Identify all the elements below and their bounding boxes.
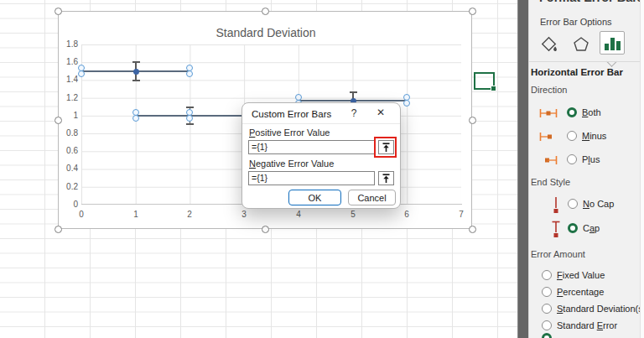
tab-error-bar-options-selected[interactable] (600, 31, 625, 55)
tab-effects[interactable] (572, 35, 590, 55)
chart-resize-handle[interactable] (262, 226, 269, 233)
dialog-separator (242, 123, 400, 124)
y-axis-tick: 0 (60, 200, 78, 209)
pentagon-icon (572, 35, 590, 54)
data-point-upper-1-selected[interactable] (133, 69, 139, 75)
label-part: ositive Error Value (255, 127, 330, 138)
cancel-button[interactable]: Cancel (348, 190, 396, 205)
direction-option-both[interactable]: Both (529, 107, 644, 120)
close-icon[interactable]: ✕ (371, 107, 390, 121)
label-part: N (249, 159, 256, 169)
error-bar-options-label[interactable]: Error Bar Options (540, 17, 612, 27)
help-icon[interactable]: ? (346, 107, 361, 121)
error-amount-option-standard-error[interactable]: Standard Error (529, 320, 644, 333)
y-axis-tick: 0.8 (60, 129, 78, 138)
worksheet-vertical-scrollbar[interactable] (517, 0, 528, 338)
radio-label: Standard Error (557, 320, 617, 330)
x-axis-tick: 6 (397, 211, 416, 219)
negative-error-value-input[interactable]: ={1} (248, 171, 375, 185)
data-point-upper-0[interactable] (78, 65, 86, 78)
y-axis-tick: 1 (60, 112, 78, 120)
horizontal-error-bar-header: Horizontal Error Bar (531, 67, 623, 77)
label-part: egative Error Value (256, 159, 334, 169)
data-point-upper-2[interactable] (186, 65, 194, 78)
chart-resize-handle[interactable] (262, 8, 269, 15)
radio-label: No Cap (583, 199, 614, 209)
chart-resize-handle[interactable] (469, 226, 476, 233)
radio-label: Plus (582, 154, 600, 164)
chart-title[interactable]: Standard Deviation (59, 26, 473, 39)
label-part: oth (588, 107, 600, 117)
chart-resize-handle[interactable] (55, 117, 62, 124)
direction-label: Direction (531, 85, 567, 95)
radio-fixed-value[interactable] (542, 270, 552, 280)
radio-standard-error[interactable] (542, 320, 552, 330)
x-axis-tick: 0 (72, 211, 91, 219)
no-cap-icon (551, 196, 561, 215)
tab-fill-line[interactable] (540, 35, 558, 55)
chart-resize-handle[interactable] (469, 117, 476, 124)
x-axis-tick: 2 (180, 211, 199, 219)
arrow-up-to-bar-icon (382, 174, 391, 184)
radio-both[interactable] (567, 107, 577, 117)
chart-resize-handle[interactable] (55, 226, 62, 233)
pane-divider (529, 61, 644, 62)
chart-resize-handle[interactable] (55, 8, 62, 15)
direction-option-minus[interactable]: Minus (529, 130, 644, 143)
bar-chart-icon (610, 38, 615, 50)
bar-chart-icon (616, 41, 621, 50)
label-part: o Cap (589, 199, 614, 209)
fill-handle[interactable] (491, 86, 496, 91)
label-part: us (590, 154, 600, 164)
data-point-right-6[interactable] (403, 94, 411, 107)
collapse-dialog-button-negative[interactable] (378, 171, 394, 185)
radio-cap[interactable] (568, 223, 578, 233)
format-error-bars-pane: Format Error Bars Error Bar Options Hori… (528, 0, 644, 338)
dialog-title: Custom Error Bars (252, 109, 331, 119)
radio-plus[interactable] (567, 154, 577, 164)
label-part: F (557, 270, 563, 280)
label-part: N (583, 199, 589, 209)
radio-label: Both (582, 107, 601, 117)
x-axis-tick: 7 (452, 211, 470, 219)
custom-error-bars-dialog: Custom Error Bars ? ✕ Positive Error Val… (242, 102, 401, 209)
data-point-middle-1[interactable] (132, 109, 140, 122)
label-part: ercentage (563, 287, 604, 297)
y-axis-tick: 1.8 (60, 40, 78, 49)
radio-label: Fixed Value (557, 270, 605, 280)
radio-minus[interactable] (567, 131, 577, 141)
pane-scrollbar[interactable] (640, 0, 644, 338)
error-amount-label: Error Amount (531, 249, 585, 259)
radio-standard-deviations[interactable] (542, 304, 552, 314)
error-amount-option-standard-deviations[interactable]: Standard Deviation(s) (529, 303, 644, 316)
end-style-option-cap[interactable]: Cap (529, 221, 644, 241)
x-axis-tick: 5 (344, 211, 362, 219)
error-bar-minus-icon (539, 132, 553, 142)
error-amount-option-percentage[interactable]: Percentage (529, 286, 644, 299)
direction-option-plus[interactable]: Plus (529, 153, 644, 167)
label-part: rror (603, 320, 617, 330)
end-style-option-no-cap[interactable]: No Cap (529, 196, 644, 216)
red-highlight-annotation (374, 137, 397, 158)
positive-error-value-input[interactable]: ={1} (248, 140, 375, 154)
radio-label: Percentage (557, 287, 604, 297)
radio-percentage[interactable] (542, 287, 552, 297)
active-cell-border (474, 72, 495, 90)
negative-error-value-label: Negative Error Value (249, 159, 334, 169)
radio-label: Minus (582, 131, 606, 141)
x-axis-tick: 3 (235, 211, 253, 219)
x-axis-tick: 1 (127, 211, 145, 219)
y-axis-tick: 0.4 (60, 164, 78, 173)
chart-resize-handle[interactable] (469, 8, 476, 15)
positive-error-value-label: Positive Error Value (249, 127, 330, 138)
y-axis-tick: 1.4 (60, 75, 78, 84)
data-point-middle-2[interactable] (186, 109, 194, 122)
ok-button[interactable]: OK (288, 190, 341, 205)
label-part: inus (589, 131, 606, 141)
radio-custom-partial[interactable] (542, 333, 552, 338)
y-axis-tick: 0.6 (60, 147, 78, 155)
x-axis-tick: 4 (289, 211, 308, 219)
y-axis-tick: 1.6 (60, 58, 78, 66)
radio-no-cap[interactable] (568, 199, 578, 209)
error-amount-option-fixed-value[interactable]: Fixed Value (529, 269, 644, 283)
